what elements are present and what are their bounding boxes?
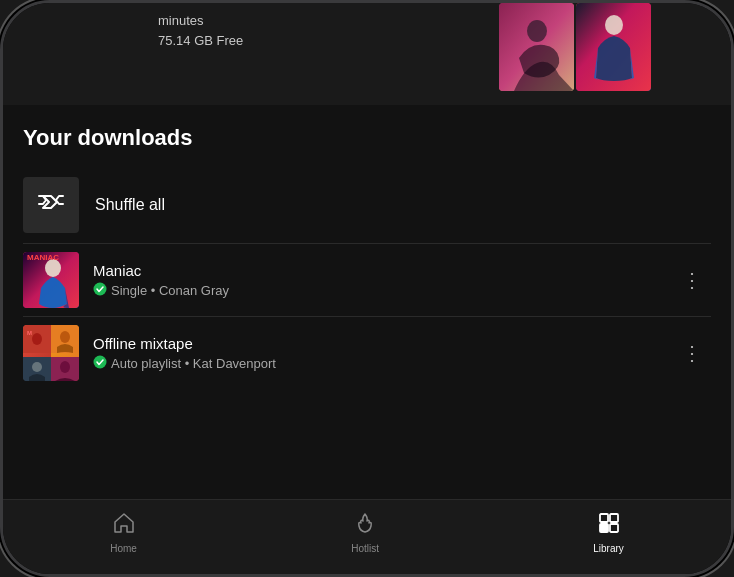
svg-point-7 bbox=[94, 282, 107, 295]
collage-cell-1: M bbox=[23, 325, 51, 357]
hotlist-svg bbox=[354, 512, 376, 534]
svg-point-10 bbox=[32, 333, 42, 345]
shuffle-label: Shuffle all bbox=[95, 196, 165, 214]
storage-minutes: minutes bbox=[158, 11, 243, 31]
track-subtitle-offline-mixtape: Auto playlist • Kat Davenport bbox=[111, 356, 276, 371]
nav-label-hotlist: Hotlist bbox=[351, 543, 379, 554]
track-subtitle-maniac: Single • Conan Gray bbox=[111, 283, 229, 298]
track-info-maniac: Maniac Single • Conan Gray bbox=[93, 262, 660, 299]
check-circle-svg-offline bbox=[93, 355, 107, 369]
svg-point-1 bbox=[527, 20, 547, 42]
track-meta-offline-mixtape: Auto playlist • Kat Davenport bbox=[93, 355, 660, 372]
svg-text:MANIAC: MANIAC bbox=[27, 253, 59, 262]
collage-grid: M bbox=[23, 325, 79, 381]
svg-point-3 bbox=[605, 15, 623, 35]
downloaded-check-offline bbox=[93, 355, 107, 372]
nav-label-home: Home bbox=[110, 543, 137, 554]
track-row-maniac[interactable]: MANIAC Maniac Single • Conan Gray bbox=[3, 244, 731, 316]
track-art-offline-mixtape: M bbox=[23, 325, 79, 381]
shuffle-all-row[interactable]: Shuffle all bbox=[3, 167, 731, 243]
hotlist-icon bbox=[354, 512, 376, 540]
library-svg bbox=[598, 512, 620, 534]
home-icon bbox=[113, 512, 135, 540]
svg-rect-18 bbox=[600, 514, 608, 522]
shuffle-icon bbox=[38, 192, 64, 218]
svg-text:M: M bbox=[27, 330, 32, 336]
album-thumb-1 bbox=[499, 3, 574, 91]
album-thumb-2 bbox=[576, 3, 651, 91]
track-title-offline-mixtape: Offline mixtape bbox=[93, 335, 660, 352]
svg-rect-21 bbox=[610, 524, 618, 532]
storage-size: 75.14 GB Free bbox=[158, 31, 243, 51]
section-title: Your downloads bbox=[3, 105, 731, 167]
top-section: minutes 75.14 GB Free bbox=[3, 3, 731, 105]
downloads-section: Your downloads Shuffle all bbox=[3, 105, 731, 499]
collage-svg-4 bbox=[51, 357, 79, 381]
svg-rect-19 bbox=[610, 514, 618, 522]
track-art-maniac: MANIAC bbox=[23, 252, 79, 308]
collage-svg-3 bbox=[23, 357, 51, 381]
svg-point-12 bbox=[60, 331, 70, 343]
downloaded-check-maniac bbox=[93, 282, 107, 299]
collage-svg-1: M bbox=[23, 325, 51, 353]
nav-item-library[interactable]: Library bbox=[573, 508, 644, 558]
collage-cell-4 bbox=[51, 357, 79, 381]
track-info-offline-mixtape: Offline mixtape Auto playlist • Kat Dave… bbox=[93, 335, 660, 372]
album-art-svg-2 bbox=[576, 3, 651, 91]
library-icon bbox=[598, 512, 620, 540]
svg-point-17 bbox=[94, 355, 107, 368]
shuffle-svg bbox=[38, 192, 64, 212]
phone-screen: minutes 75.14 GB Free bbox=[3, 3, 731, 574]
album-art-svg-1 bbox=[499, 3, 574, 91]
track-title-maniac: Maniac bbox=[93, 262, 660, 279]
storage-info: minutes 75.14 GB Free bbox=[158, 11, 243, 50]
maniac-art-svg: MANIAC bbox=[23, 252, 79, 308]
svg-rect-20 bbox=[600, 524, 608, 532]
nav-item-hotlist[interactable]: Hotlist bbox=[331, 508, 399, 558]
check-circle-svg-maniac bbox=[93, 282, 107, 296]
bottom-nav: Home Hotlist bbox=[3, 499, 731, 574]
track-more-offline-mixtape[interactable]: ⋮ bbox=[674, 339, 711, 367]
phone-frame: minutes 75.14 GB Free bbox=[0, 0, 734, 577]
track-meta-maniac: Single • Conan Gray bbox=[93, 282, 660, 299]
collage-cell-3 bbox=[23, 357, 51, 381]
svg-point-14 bbox=[32, 362, 42, 372]
album-thumbnails bbox=[499, 3, 651, 91]
track-row-offline-mixtape[interactable]: M bbox=[3, 317, 731, 389]
collage-svg-2 bbox=[51, 325, 79, 353]
top-section-inner: minutes 75.14 GB Free bbox=[3, 3, 731, 93]
svg-point-16 bbox=[60, 361, 70, 373]
home-svg bbox=[113, 512, 135, 534]
shuffle-icon-box bbox=[23, 177, 79, 233]
nav-label-library: Library bbox=[593, 543, 624, 554]
track-more-maniac[interactable]: ⋮ bbox=[674, 266, 711, 294]
nav-item-home[interactable]: Home bbox=[90, 508, 157, 558]
collage-cell-2 bbox=[51, 325, 79, 357]
